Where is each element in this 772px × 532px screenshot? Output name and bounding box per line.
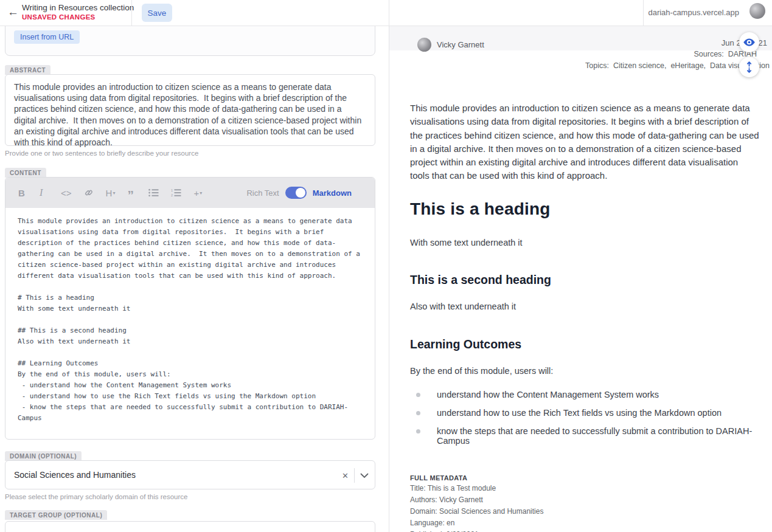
- link-icon[interactable]: [84, 188, 94, 198]
- abstract-field[interactable]: This module provides an introduction to …: [5, 74, 375, 146]
- topbar-divider: [389, 0, 389, 26]
- metadata-row: Domain: Social Sciences and Humanities: [410, 506, 760, 516]
- bulleted-list-icon[interactable]: [148, 188, 159, 197]
- deploy-site-link[interactable]: dariah-campus.vercel.app: [648, 8, 739, 17]
- sources-line: Sources: DARIAH: [511, 50, 772, 58]
- eye-icon: [743, 36, 756, 49]
- scroll-sync-button[interactable]: [739, 57, 759, 77]
- domain-select[interactable]: Social Sciences and Humanities ✕: [5, 460, 375, 489]
- metadata-row: Title: This is a Test module: [410, 483, 760, 493]
- abstract-value[interactable]: This module provides an introduction to …: [5, 75, 375, 154]
- unsaved-changes-badge: UNSAVED CHANGES: [22, 13, 96, 21]
- preview-heading-2: This is a second heading: [410, 273, 760, 287]
- topbar-divider: [131, 0, 132, 26]
- preview-panel: Vicky Garnett Jun 29, 2021 Sources: DARI…: [389, 26, 772, 532]
- author-name: Vicky Garnett: [437, 40, 484, 49]
- content-markdown-textarea[interactable]: This module provides an introduction to …: [5, 208, 375, 432]
- heading-icon[interactable]: H▾: [106, 188, 116, 198]
- topbar-divider: [643, 0, 644, 26]
- preview-heading-3: Learning Outcomes: [410, 337, 760, 351]
- insert-block-icon[interactable]: +▾: [193, 188, 203, 198]
- insert-from-url-button[interactable]: Insert from URL: [14, 30, 80, 44]
- preview-paragraph-1: With some text underneath it: [410, 238, 760, 247]
- abstract-field-label: ABSTRACT: [5, 65, 50, 75]
- mode-toggle-switch[interactable]: [285, 187, 307, 199]
- target-group-field[interactable]: [5, 521, 375, 532]
- clear-selection-icon[interactable]: ✕: [342, 471, 349, 480]
- list-item: understand how the Content Management Sy…: [416, 390, 760, 399]
- quote-icon[interactable]: ”: [127, 192, 136, 198]
- domain-selected-value: Social Sciences and Humanities: [14, 470, 136, 480]
- scroll-sync-icon: [743, 61, 755, 74]
- list-item: understand how to use the Rich Text fiel…: [416, 408, 760, 418]
- svg-text:2: 2: [171, 193, 173, 197]
- numbered-list-icon[interactable]: 1 2: [171, 188, 181, 197]
- user-avatar[interactable]: [749, 3, 765, 19]
- preview-article: This module provides an introduction to …: [410, 102, 760, 532]
- italic-icon[interactable]: I: [40, 187, 49, 198]
- markdown-toolbar: B I <> H▾ ”: [5, 178, 375, 208]
- markdown-mode-label[interactable]: Markdown: [313, 188, 352, 198]
- svg-text:1: 1: [171, 188, 173, 192]
- learning-outcomes-list: understand how the Content Management Sy…: [410, 390, 760, 446]
- topics-line: Topics: Citizen science, eHeritage, Data…: [511, 61, 772, 70]
- author-avatar: [417, 38, 431, 52]
- code-icon[interactable]: <>: [61, 188, 72, 198]
- editor-panel: Insert from URL ABSTRACT This module pro…: [0, 26, 389, 532]
- domain-helper-text: Please select the primary scholarly doma…: [5, 493, 187, 500]
- metadata-row: Authors: Vicky Garnett: [410, 495, 760, 505]
- top-bar: ← Writing in Resources collection UNSAVE…: [0, 0, 772, 26]
- preview-paragraph-3: By the end of this module, users will:: [410, 366, 760, 376]
- list-item: know the steps that are needed to succes…: [416, 426, 760, 446]
- preview-heading-1: This is a heading: [410, 199, 760, 219]
- preview-visibility-button[interactable]: [739, 32, 759, 52]
- rich-text-mode-label[interactable]: Rich Text: [246, 188, 279, 198]
- back-arrow-icon[interactable]: ←: [7, 5, 19, 19]
- full-metadata-label: FULL METADATA: [410, 474, 760, 482]
- abstract-helper-text: Provide one or two sentences to briefly …: [5, 150, 198, 157]
- chevron-down-icon[interactable]: [360, 473, 369, 478]
- metadata-row: Language: en: [410, 518, 760, 528]
- bold-icon[interactable]: B: [18, 188, 27, 198]
- select-divider: [354, 468, 355, 483]
- media-field: Insert from URL: [5, 26, 375, 56]
- target-group-field-label: TARGET GROUP (OPTIONAL): [5, 510, 107, 520]
- intro-paragraph: This module provides an introduction to …: [410, 102, 760, 183]
- content-field-label: CONTENT: [5, 168, 46, 178]
- metadata-row: Published: 6/29/2021: [410, 530, 760, 532]
- content-field: B I <> H▾ ”: [5, 177, 375, 440]
- save-button[interactable]: Save: [142, 4, 172, 22]
- full-metadata-block: FULL METADATA Title: This is a Test modu…: [410, 474, 760, 532]
- page-title: Writing in Resources collection: [22, 3, 134, 12]
- publish-date: Jun 29, 2021: [511, 38, 772, 47]
- preview-paragraph-2: Also with text underneath it: [410, 302, 760, 311]
- domain-field-label: DOMAIN (OPTIONAL): [5, 451, 82, 461]
